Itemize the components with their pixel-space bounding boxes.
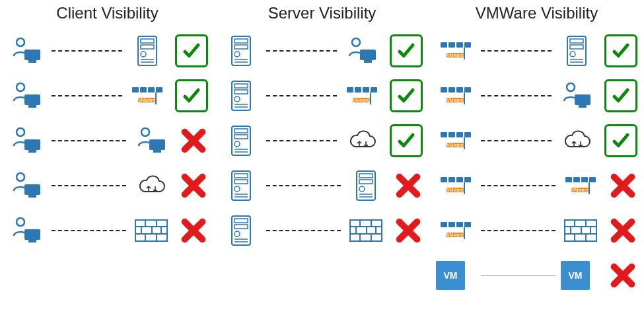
svg-point-18 — [17, 173, 24, 181]
svg-point-12 — [17, 128, 24, 136]
svg-rect-45 — [234, 90, 248, 94]
connection-line — [266, 185, 341, 186]
svg-rect-42 — [364, 60, 372, 63]
svg-rect-62 — [359, 174, 373, 178]
svg-rect-16 — [149, 139, 165, 150]
svg-rect-11 — [28, 105, 36, 108]
connection-line — [266, 50, 337, 52]
svg-rect-41 — [360, 50, 376, 60]
status-cross-icon — [179, 171, 208, 200]
svg-point-0 — [17, 38, 24, 46]
vmware-icon: VMware — [436, 177, 476, 194]
svg-point-58 — [234, 186, 240, 192]
connection-line — [481, 140, 552, 141]
column-title: VMWare Visibility — [436, 4, 637, 22]
server-icon — [221, 215, 261, 246]
cloud-icon — [131, 174, 171, 197]
row: VMware — [436, 34, 637, 67]
row: VMware — [7, 79, 208, 112]
server-icon — [221, 81, 261, 111]
row — [221, 124, 423, 157]
status-check-icon — [390, 124, 423, 157]
connection-line — [481, 185, 555, 186]
vmware-icon: VMware — [561, 177, 600, 194]
svg-rect-20 — [28, 195, 36, 198]
vm-box-icon: VM — [561, 261, 600, 290]
column-title: Server Visibility — [221, 4, 423, 22]
svg-point-86 — [570, 52, 575, 57]
row: VMware — [436, 214, 637, 247]
svg-point-15 — [141, 128, 149, 136]
svg-rect-57 — [234, 180, 248, 184]
svg-point-40 — [352, 38, 360, 46]
connection-line — [52, 95, 122, 96]
server-icon — [221, 126, 261, 156]
client-icon — [7, 171, 46, 200]
status-cross-icon — [394, 216, 423, 245]
vmware-icon: VMware — [436, 132, 476, 149]
row: VMware — [221, 79, 423, 112]
svg-rect-56 — [234, 174, 248, 178]
column-vmware-visibility: VMWare Visibility VMware VMware VMware V… — [429, 0, 644, 331]
svg-point-89 — [567, 83, 575, 91]
vm-box-icon: VM — [436, 261, 476, 290]
svg-rect-2 — [28, 60, 36, 63]
client-icon — [7, 216, 46, 245]
svg-rect-50 — [234, 129, 248, 133]
svg-rect-5 — [141, 45, 154, 49]
svg-point-64 — [359, 186, 365, 192]
svg-rect-69 — [234, 225, 248, 229]
column-server-visibility: Server Visibility VMware — [215, 0, 429, 331]
server-icon — [221, 170, 261, 201]
svg-rect-14 — [28, 150, 36, 153]
svg-point-70 — [234, 231, 240, 237]
svg-rect-91 — [579, 105, 587, 108]
svg-rect-35 — [234, 39, 248, 43]
row: VMware — [436, 79, 637, 112]
cloud-icon — [342, 129, 382, 152]
svg-point-6 — [141, 52, 146, 57]
svg-rect-85 — [570, 45, 583, 49]
row: VMware VMware — [436, 169, 637, 202]
svg-rect-4 — [141, 39, 154, 43]
status-cross-icon — [608, 261, 637, 290]
connection-line — [266, 230, 341, 231]
status-check-icon — [604, 79, 637, 112]
column-client-visibility: Client Visibility VMware — [0, 0, 215, 331]
row — [7, 34, 208, 67]
status-cross-icon — [179, 216, 208, 245]
status-check-icon — [175, 34, 208, 67]
row — [7, 169, 208, 202]
client-icon — [7, 81, 46, 110]
server-icon — [127, 36, 167, 66]
svg-rect-10 — [24, 94, 40, 105]
connection-line — [52, 230, 126, 231]
cloud-icon — [557, 129, 596, 152]
status-cross-icon — [608, 216, 637, 245]
svg-point-21 — [17, 218, 24, 226]
row — [7, 124, 208, 157]
connection-line — [52, 185, 126, 186]
svg-point-52 — [234, 141, 240, 147]
row: VMware — [436, 124, 637, 157]
connection-line — [266, 140, 337, 141]
connection-line — [481, 230, 555, 231]
vmware-icon: VMware — [436, 42, 476, 59]
connection-line — [481, 275, 555, 276]
svg-point-9 — [17, 83, 24, 91]
svg-rect-68 — [234, 219, 248, 223]
firewall-icon — [346, 219, 386, 242]
status-check-icon — [604, 34, 637, 67]
server-icon — [221, 36, 261, 66]
svg-point-37 — [234, 52, 240, 57]
connection-line — [52, 140, 126, 141]
status-cross-icon — [608, 171, 637, 200]
row — [221, 169, 423, 202]
client-icon — [557, 81, 596, 110]
svg-rect-22 — [24, 229, 40, 240]
server-icon — [346, 170, 386, 201]
svg-rect-19 — [24, 184, 40, 195]
svg-rect-17 — [153, 150, 161, 153]
connection-line — [266, 95, 337, 96]
svg-rect-90 — [575, 94, 590, 105]
